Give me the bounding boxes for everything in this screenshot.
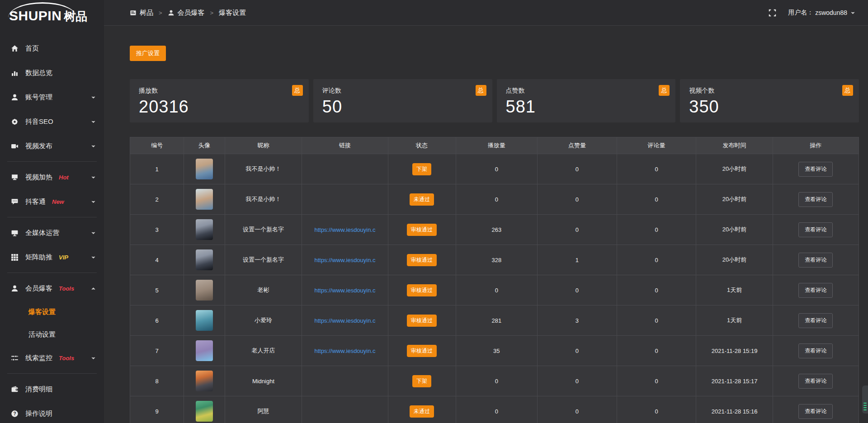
cell-comments: 0	[617, 154, 696, 184]
breadcrumb-item-0[interactable]: 树品	[130, 9, 153, 17]
cell-status: 审核通过	[388, 215, 456, 245]
view-comments-button[interactable]: 查看评论	[798, 343, 833, 358]
sidebar-item-15[interactable]: 线索监控 Tools	[0, 346, 104, 370]
video-link[interactable]: https://www.iesdouyin.c	[314, 287, 375, 294]
status-badge: 审核通过	[407, 345, 437, 357]
member-icon	[168, 9, 175, 16]
view-comments-button[interactable]: 查看评论	[798, 253, 833, 268]
cell-link	[302, 366, 388, 396]
cell-likes: 0	[538, 275, 617, 306]
column-header: 评论量	[617, 137, 696, 154]
cell-avatar	[184, 275, 225, 306]
member-icon	[11, 285, 19, 292]
sidebar-subitem-13[interactable]: 爆客设置	[0, 301, 104, 323]
view-comments-button[interactable]: 查看评论	[798, 162, 833, 177]
cell-status: 审核通过	[388, 275, 456, 306]
sidebar-item-18[interactable]: ? 操作说明	[0, 401, 104, 423]
cell-nickname: 设置一个新名字	[225, 245, 302, 275]
sidebar-item-badge: VIP	[59, 254, 68, 261]
cell-plays: 0	[456, 396, 538, 423]
sidebar-divider	[7, 217, 97, 217]
cell-avatar	[184, 184, 225, 215]
cell-likes: 0	[538, 184, 617, 215]
cell-action: 查看评论	[773, 396, 859, 423]
sidebar-item-3[interactable]: 抖音SEO	[0, 109, 104, 134]
view-comments-button[interactable]: 查看评论	[798, 283, 833, 298]
avatar	[196, 249, 213, 270]
cell-link: https://www.iesdouyin.c	[302, 336, 388, 366]
cell-nickname: 老彬	[225, 275, 302, 306]
column-header: 操作	[773, 137, 859, 154]
cell-comments: 0	[617, 366, 696, 396]
cell-action: 查看评论	[773, 275, 859, 306]
cell-likes: 0	[538, 396, 617, 423]
cell-comments: 0	[617, 336, 696, 366]
user-menu[interactable]: 用户名： zswodun88	[788, 9, 855, 17]
cell-comments: 0	[617, 215, 696, 245]
cell-likes: 0	[538, 366, 617, 396]
username-label: 用户名：	[788, 9, 813, 17]
sidebar-item-label: 视频加热	[25, 173, 52, 182]
stat-card-label: 评论数	[322, 87, 483, 95]
chevron-down-icon	[91, 119, 96, 124]
stat-card-1: 评论数 50 总	[313, 79, 492, 122]
video-link[interactable]: https://www.iesdouyin.c	[314, 317, 375, 324]
sidebar-item-10[interactable]: 矩阵助推 VIP	[0, 245, 104, 269]
cell-link: https://www.iesdouyin.c	[302, 245, 388, 275]
floating-widget[interactable]	[862, 385, 868, 414]
fullscreen-icon[interactable]	[769, 9, 776, 17]
status-badge: 下架	[412, 163, 431, 175]
column-header: 状态	[388, 137, 456, 154]
wallet-icon	[11, 385, 19, 393]
breadcrumb: 树品 > 会员爆客 > 爆客设置	[130, 9, 246, 17]
cell-status: 未通过	[388, 396, 456, 423]
main-content: 推广设置 播放数 20316 总 评论数 50 总 点赞数 581 总 视频个数…	[104, 26, 868, 423]
cell-likes: 0	[538, 215, 617, 245]
cell-likes: 3	[538, 306, 617, 336]
video-link[interactable]: https://www.iesdouyin.c	[314, 257, 375, 263]
video-link[interactable]: https://www.iesdouyin.c	[314, 348, 375, 354]
view-comments-button[interactable]: 查看评论	[798, 404, 833, 419]
sidebar-item-label: 线索监控	[25, 354, 52, 362]
chevron-down-icon	[91, 230, 96, 235]
sidebar-item-4[interactable]: 视频发布	[0, 134, 104, 158]
app-logo[interactable]: SHUPIN树品	[0, 0, 104, 32]
cell-publish-time: 20小时前	[696, 245, 773, 275]
sliders-icon	[11, 354, 19, 362]
sidebar-subitem-14[interactable]: 活动设置	[0, 323, 104, 346]
breadcrumb-item-1[interactable]: 会员爆客	[168, 9, 205, 17]
view-comments-button[interactable]: 查看评论	[798, 374, 833, 389]
video-camera-icon	[11, 142, 19, 150]
view-comments-button[interactable]: 查看评论	[798, 313, 833, 328]
sidebar-item-label: 数据总览	[25, 69, 52, 77]
status-badge: 审核通过	[407, 284, 437, 296]
cell-action: 查看评论	[773, 154, 859, 184]
sidebar-item-label: 矩阵助推	[25, 253, 52, 262]
sidebar-item-9[interactable]: 全媒体运营	[0, 221, 104, 245]
cell-link	[302, 396, 388, 423]
sidebar-item-2[interactable]: 账号管理	[0, 85, 104, 109]
cell-plays: 263	[456, 215, 538, 245]
cell-status: 下架	[388, 366, 456, 396]
view-comments-button[interactable]: 查看评论	[798, 222, 833, 237]
chat-icon	[11, 198, 19, 206]
breadcrumb-separator: >	[210, 9, 214, 16]
promo-settings-button[interactable]: 推广设置	[130, 46, 166, 61]
breadcrumb-label: 树品	[140, 9, 153, 17]
video-link[interactable]: https://www.iesdouyin.c	[314, 226, 375, 233]
sidebar-item-1[interactable]: 数据总览	[0, 61, 104, 85]
chevron-down-icon	[91, 199, 96, 204]
sidebar-item-17[interactable]: 消费明细	[0, 377, 104, 401]
sidebar-item-0[interactable]: 首页	[0, 36, 104, 61]
cell-plays: 0	[456, 154, 538, 184]
sidebar-item-7[interactable]: 抖客通 New	[0, 189, 104, 214]
cell-link	[302, 184, 388, 215]
sidebar-divider	[7, 373, 97, 374]
view-comments-button[interactable]: 查看评论	[798, 192, 833, 207]
status-badge: 审核通过	[407, 224, 437, 236]
sidebar-item-6[interactable]: 视频加热 Hot	[0, 165, 104, 189]
sidebar-item-label: 视频发布	[25, 142, 52, 150]
avatar	[196, 310, 213, 331]
sidebar-item-12[interactable]: 会员爆客 Tools	[0, 276, 104, 301]
stat-cards: 播放数 20316 总 评论数 50 总 点赞数 581 总 视频个数 350 …	[130, 79, 859, 122]
